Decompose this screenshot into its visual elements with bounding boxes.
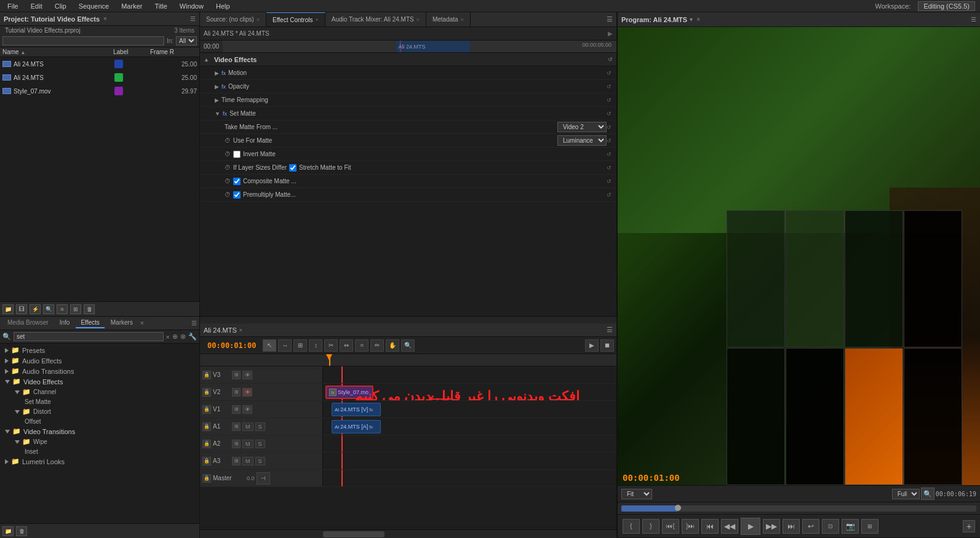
effects-category-video-transitions[interactable]: 📁 Video Transitions bbox=[0, 426, 199, 437]
track-solo-a1[interactable]: S bbox=[255, 422, 265, 431]
step-back-btn[interactable]: ⏮ bbox=[701, 519, 719, 534]
effects-search-input[interactable] bbox=[14, 332, 164, 341]
track-area-master[interactable] bbox=[323, 470, 616, 486]
delete-btn[interactable]: 🗑 bbox=[84, 304, 95, 314]
track-area-v3[interactable] bbox=[323, 366, 616, 383]
new-item-btn[interactable]: 🎞 bbox=[16, 304, 27, 314]
invert-matte-checkbox[interactable] bbox=[233, 151, 241, 158]
step-forward-btn[interactable]: ⏭ bbox=[783, 519, 800, 534]
menu-edit[interactable]: Edit bbox=[28, 1, 45, 11]
automate-btn[interactable]: ⚡ bbox=[30, 304, 41, 314]
project-close-btn[interactable]: × bbox=[103, 15, 107, 22]
list-item[interactable]: Ali 24.MTS 25.00 bbox=[0, 57, 199, 71]
track-mute-a2[interactable]: M bbox=[242, 440, 253, 448]
scrubber-track[interactable] bbox=[621, 505, 976, 512]
col-frame-header[interactable]: Frame R bbox=[150, 49, 197, 55]
set-matte-reset-btn[interactable]: ↺ bbox=[607, 111, 612, 117]
ve-set-matte-row[interactable]: ▼ fx Set Matte ↺ bbox=[200, 107, 616, 121]
clip-ali-mts-a[interactable]: Al 24.MTS [A] fx bbox=[332, 420, 381, 433]
track-area-v1[interactable]: Al 24.MTS [V] fx bbox=[323, 401, 616, 417]
program-monitor-menu[interactable]: ☰ bbox=[971, 16, 976, 23]
tl-stop-btn[interactable]: ⏹ bbox=[600, 339, 614, 352]
take-matte-select[interactable]: Video 2 bbox=[557, 122, 607, 132]
track-lock-a1[interactable]: 🔒 bbox=[202, 422, 211, 431]
tl-play-btn[interactable]: ▶ bbox=[585, 339, 599, 352]
settings-btn[interactable]: ⊞ bbox=[861, 519, 878, 534]
effects-item-set-matte[interactable]: Set Matte bbox=[0, 397, 199, 406]
col-label-header[interactable]: Label bbox=[113, 49, 150, 55]
timeline-timecode[interactable]: 00:00:01:00 bbox=[202, 341, 261, 350]
full-select[interactable]: Full bbox=[892, 489, 920, 499]
tab-metadata[interactable]: Metadata × bbox=[426, 12, 471, 26]
use-matte-reset-btn[interactable]: ↺ bbox=[607, 138, 612, 144]
ve-take-matte-row[interactable]: Take Matte From ... Video 2 ↺ bbox=[200, 121, 616, 134]
tab-markers[interactable]: Markers bbox=[106, 318, 138, 328]
workspace-selector[interactable]: Editing (CS5.5) bbox=[918, 1, 975, 11]
ve-composite-matte-row[interactable]: ⏱ Composite Matte ... ↺ bbox=[200, 175, 616, 188]
master-end-btn[interactable]: ⊣ bbox=[257, 472, 270, 485]
tl-zoom[interactable]: 🔍 bbox=[401, 339, 415, 352]
effects-clear-btn[interactable]: × bbox=[166, 333, 170, 341]
timeline-scrollbar[interactable] bbox=[200, 529, 616, 538]
new-custom-bin-btn[interactable]: 📁 bbox=[2, 526, 14, 536]
tab-effect-controls[interactable]: Effect Controls × bbox=[266, 12, 325, 26]
program-monitor-dropdown[interactable]: ▾ bbox=[690, 16, 693, 23]
source-tab-close[interactable]: × bbox=[257, 17, 260, 23]
timeline-ruler[interactable]: 00:00 00:00:15:00 00:00:30:00 00:00:45:0… bbox=[200, 354, 616, 366]
time-remap-reset-btn[interactable]: ↺ bbox=[607, 97, 612, 103]
timeline-scrollbar-thumb[interactable] bbox=[323, 531, 384, 537]
ve-time-remap-row[interactable]: ▶ Time Remapping ↺ bbox=[200, 93, 616, 107]
effects-category-video-effects[interactable]: 📁 Video Effects bbox=[0, 376, 199, 387]
add-track-end-btn[interactable]: + bbox=[963, 520, 975, 532]
track-sync-a3[interactable]: ⊞ bbox=[232, 457, 241, 465]
tl-ripple-edit[interactable]: ↔ bbox=[278, 339, 292, 352]
composite-matte-reset-btn[interactable]: ↺ bbox=[607, 178, 612, 184]
track-lock-v3[interactable]: 🔒 bbox=[202, 371, 211, 379]
track-area-a1[interactable]: Al 24.MTS [A] fx bbox=[323, 418, 616, 435]
search-in-select[interactable]: All bbox=[176, 36, 197, 45]
track-solo-a2[interactable]: S bbox=[255, 440, 265, 448]
effects-close-btn[interactable]: × bbox=[140, 320, 144, 326]
tl-pen[interactable]: ✏ bbox=[370, 339, 384, 352]
opacity-reset-btn[interactable]: ↺ bbox=[607, 84, 612, 90]
effects-subcategory-wipe[interactable]: 📁 Wipe bbox=[0, 437, 199, 447]
safe-margin-btn[interactable]: ⊡ bbox=[822, 519, 839, 534]
effects-icon3[interactable]: 🔧 bbox=[188, 333, 197, 341]
menu-help[interactable]: Help bbox=[213, 1, 233, 11]
track-lock-master[interactable]: 🔒 bbox=[202, 474, 211, 483]
track-lock-a3[interactable]: 🔒 bbox=[202, 457, 211, 465]
composite-matte-checkbox[interactable] bbox=[233, 178, 241, 185]
tl-select-tool[interactable]: ↖ bbox=[263, 339, 276, 352]
clip-fx-btn[interactable]: fx bbox=[329, 389, 337, 396]
use-matte-select[interactable]: Luminance bbox=[557, 135, 607, 146]
tl-rolling-edit[interactable]: ⊞ bbox=[293, 339, 307, 352]
go-to-out-btn[interactable]: }⏭ bbox=[682, 519, 699, 534]
ve-invert-matte-row[interactable]: ⏱ Invert Matte ↺ bbox=[200, 148, 616, 161]
track-lock-v1[interactable]: 🔒 bbox=[202, 405, 211, 414]
scrubber-thumb[interactable] bbox=[675, 505, 681, 511]
project-search-input[interactable] bbox=[2, 36, 164, 45]
tl-razor[interactable]: ✂ bbox=[324, 339, 338, 352]
delete-effect-btn[interactable]: 🗑 bbox=[16, 526, 27, 536]
effects-icon1[interactable]: ⊕ bbox=[172, 333, 178, 341]
play-forward-btn[interactable]: ▶▶ bbox=[763, 519, 780, 534]
effects-category-lumetri[interactable]: 📁 Lumetri Looks bbox=[0, 456, 199, 467]
ve-opacity-row[interactable]: ▶ fx Opacity ↺ bbox=[200, 80, 616, 93]
effects-icon2[interactable]: ⊗ bbox=[180, 333, 186, 341]
new-bin-btn[interactable]: 📁 bbox=[2, 304, 14, 314]
tl-rate-stretch[interactable]: ↕ bbox=[309, 339, 322, 352]
metadata-tab-close[interactable]: × bbox=[461, 17, 464, 23]
mark-in-btn[interactable]: { bbox=[623, 519, 640, 534]
tab-info[interactable]: Info bbox=[55, 318, 75, 328]
clip-ali-mts-v[interactable]: Al 24.MTS [V] fx bbox=[332, 403, 381, 416]
list-item[interactable]: Style_07.mov 29.97 bbox=[0, 84, 199, 98]
track-sync-v3[interactable]: ⊞ bbox=[232, 371, 241, 379]
project-menu-btn[interactable]: ☰ bbox=[190, 15, 196, 22]
menu-window[interactable]: Window bbox=[177, 1, 206, 11]
ve-use-matte-row[interactable]: ⏱ Use For Matte Luminance ↺ bbox=[200, 134, 616, 148]
effects-category-audio-transitions[interactable]: 📁 Audio Transitions bbox=[0, 366, 199, 376]
track-sync-a2[interactable]: ⊞ bbox=[232, 440, 241, 448]
track-eye-v2[interactable]: 👁 bbox=[242, 388, 252, 397]
layer-sizes-reset-btn[interactable]: ↺ bbox=[607, 165, 612, 171]
track-lock-a2[interactable]: 🔒 bbox=[202, 440, 211, 448]
